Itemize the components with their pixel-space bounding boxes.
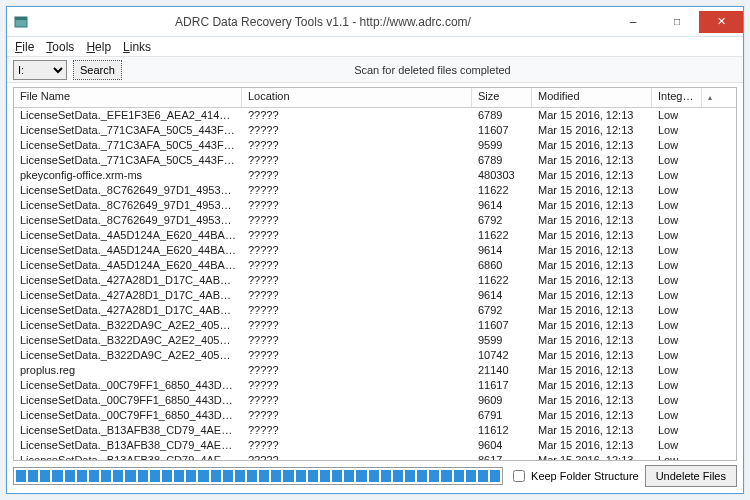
cell-modified: Mar 15 2016, 12:13 bbox=[532, 318, 652, 333]
cell-size: 6791 bbox=[472, 408, 532, 423]
cell-modified: Mar 15 2016, 12:13 bbox=[532, 228, 652, 243]
table-row[interactable]: LicenseSetData._00C79FF1_6850_443D_BF61.… bbox=[14, 393, 736, 408]
cell-modified: Mar 15 2016, 12:13 bbox=[532, 138, 652, 153]
cell-size: 11612 bbox=[472, 423, 532, 438]
menubar: File Tools Help Links bbox=[7, 37, 743, 57]
table-row[interactable]: LicenseSetData._B13AFB38_CD79_4AE5_9F7F.… bbox=[14, 438, 736, 453]
table-row[interactable]: LicenseSetData._427A28D1_D17C_4ABF_B717.… bbox=[14, 303, 736, 318]
table-row[interactable]: proplus.reg?????21140Mar 15 2016, 12:13L… bbox=[14, 363, 736, 378]
col-sort-icon[interactable] bbox=[702, 88, 720, 107]
minimize-button[interactable] bbox=[611, 11, 655, 33]
titlebar[interactable]: ADRC Data Recovery Tools v1.1 - http://w… bbox=[7, 7, 743, 37]
cell-location: ????? bbox=[242, 348, 472, 363]
progress-segment bbox=[113, 470, 123, 482]
cell-filename: LicenseSetData._B13AFB38_CD79_4AE5_9F7F.… bbox=[14, 423, 242, 438]
table-row[interactable]: LicenseSetData._771C3AFA_50C5_443F_B151.… bbox=[14, 153, 736, 168]
cell-integrity: Low bbox=[652, 108, 702, 123]
menu-tools[interactable]: Tools bbox=[46, 40, 74, 54]
table-row[interactable]: LicenseSetData._B322DA9C_A2E2_4058_9E4E.… bbox=[14, 333, 736, 348]
cell-filename: LicenseSetData._8C762649_97D1_4953_AD27.… bbox=[14, 183, 242, 198]
cell-integrity: Low bbox=[652, 198, 702, 213]
table-row[interactable]: LicenseSetData._771C3AFA_50C5_443F_B151.… bbox=[14, 123, 736, 138]
cell-size: 9604 bbox=[472, 438, 532, 453]
cell-modified: Mar 15 2016, 12:13 bbox=[532, 438, 652, 453]
progress-segment bbox=[490, 470, 500, 482]
table-row[interactable]: LicenseSetData._B322DA9C_A2E2_4058_9E4E.… bbox=[14, 348, 736, 363]
cell-location: ????? bbox=[242, 393, 472, 408]
progress-segment bbox=[478, 470, 488, 482]
progress-segment bbox=[162, 470, 172, 482]
table-row[interactable]: LicenseSetData._8C762649_97D1_4953_AD27.… bbox=[14, 198, 736, 213]
cell-location: ????? bbox=[242, 318, 472, 333]
table-row[interactable]: LicenseSetData._427A28D1_D17C_4ABF_B717.… bbox=[14, 288, 736, 303]
cell-location: ????? bbox=[242, 423, 472, 438]
cell-integrity: Low bbox=[652, 453, 702, 460]
file-table: File Name Location Size Modified Integri… bbox=[13, 87, 737, 461]
cell-location: ????? bbox=[242, 258, 472, 273]
col-filename[interactable]: File Name bbox=[14, 88, 242, 107]
cell-filename: LicenseSetData._B13AFB38_CD79_4AE5_9F7F.… bbox=[14, 453, 242, 460]
cell-modified: Mar 15 2016, 12:13 bbox=[532, 243, 652, 258]
table-row[interactable]: LicenseSetData._771C3AFA_50C5_443F_B151.… bbox=[14, 138, 736, 153]
menu-file[interactable]: File bbox=[15, 40, 34, 54]
table-row[interactable]: LicenseSetData._00C79FF1_6850_443D_BF61.… bbox=[14, 378, 736, 393]
undelete-button[interactable]: Undelete Files bbox=[645, 465, 737, 487]
col-size[interactable]: Size bbox=[472, 88, 532, 107]
window-title: ADRC Data Recovery Tools v1.1 - http://w… bbox=[35, 15, 611, 29]
keep-folder-input[interactable] bbox=[513, 470, 525, 482]
table-row[interactable]: LicenseSetData._4A5D124A_E620_44BA_B6FF.… bbox=[14, 243, 736, 258]
progress-segment bbox=[150, 470, 160, 482]
close-button[interactable] bbox=[699, 11, 743, 33]
keep-folder-checkbox[interactable]: Keep Folder Structure bbox=[509, 467, 639, 485]
table-body[interactable]: LicenseSetData._EFE1F3E6_AEA2_4144_A208.… bbox=[14, 108, 736, 460]
cell-filename: LicenseSetData._B13AFB38_CD79_4AE5_9F7F.… bbox=[14, 438, 242, 453]
cell-location: ????? bbox=[242, 363, 472, 378]
table-row[interactable]: LicenseSetData._B13AFB38_CD79_4AE5_9F7F.… bbox=[14, 453, 736, 460]
cell-modified: Mar 15 2016, 12:13 bbox=[532, 423, 652, 438]
cell-modified: Mar 15 2016, 12:13 bbox=[532, 288, 652, 303]
search-button[interactable]: Search bbox=[73, 60, 122, 80]
table-row[interactable]: LicenseSetData._427A28D1_D17C_4ABF_B717.… bbox=[14, 273, 736, 288]
menu-help[interactable]: Help bbox=[86, 40, 111, 54]
cell-size: 9599 bbox=[472, 333, 532, 348]
table-row[interactable]: LicenseSetData._B322DA9C_A2E2_4058_9E4E.… bbox=[14, 318, 736, 333]
progress-segment bbox=[454, 470, 464, 482]
cell-modified: Mar 15 2016, 12:13 bbox=[532, 453, 652, 460]
cell-filename: LicenseSetData._771C3AFA_50C5_443F_B151.… bbox=[14, 123, 242, 138]
progress-segment bbox=[174, 470, 184, 482]
table-row[interactable]: LicenseSetData._00C79FF1_6850_443D_BF61.… bbox=[14, 408, 736, 423]
col-integrity[interactable]: Integrity bbox=[652, 88, 702, 107]
progress-segment bbox=[381, 470, 391, 482]
maximize-button[interactable] bbox=[655, 11, 699, 33]
cell-location: ????? bbox=[242, 438, 472, 453]
cell-modified: Mar 15 2016, 12:13 bbox=[532, 393, 652, 408]
progress-segment bbox=[101, 470, 111, 482]
progress-segment bbox=[441, 470, 451, 482]
cell-size: 6792 bbox=[472, 213, 532, 228]
col-location[interactable]: Location bbox=[242, 88, 472, 107]
cell-size: 11622 bbox=[472, 228, 532, 243]
cell-size: 9609 bbox=[472, 393, 532, 408]
table-row[interactable]: LicenseSetData._B13AFB38_CD79_4AE5_9F7F.… bbox=[14, 423, 736, 438]
menu-links[interactable]: Links bbox=[123, 40, 151, 54]
drive-select[interactable]: I: bbox=[13, 60, 67, 80]
col-modified[interactable]: Modified bbox=[532, 88, 652, 107]
cell-location: ????? bbox=[242, 453, 472, 460]
table-row[interactable]: LicenseSetData._8C762649_97D1_4953_AD27.… bbox=[14, 183, 736, 198]
cell-filename: LicenseSetData._EFE1F3E6_AEA2_4144_A208.… bbox=[14, 108, 242, 123]
cell-size: 11607 bbox=[472, 318, 532, 333]
cell-filename: LicenseSetData._00C79FF1_6850_443D_BF61.… bbox=[14, 378, 242, 393]
svg-rect-1 bbox=[15, 17, 27, 20]
cell-integrity: Low bbox=[652, 213, 702, 228]
cell-size: 9614 bbox=[472, 243, 532, 258]
cell-integrity: Low bbox=[652, 348, 702, 363]
progress-segment bbox=[271, 470, 281, 482]
progress-segment bbox=[89, 470, 99, 482]
table-row[interactable]: LicenseSetData._8C762649_97D1_4953_AD27.… bbox=[14, 213, 736, 228]
table-row[interactable]: LicenseSetData._4A5D124A_E620_44BA_B6FF.… bbox=[14, 258, 736, 273]
table-row[interactable]: LicenseSetData._EFE1F3E6_AEA2_4144_A208.… bbox=[14, 108, 736, 123]
table-row[interactable]: pkeyconfig-office.xrm-ms?????480303Mar 1… bbox=[14, 168, 736, 183]
cell-location: ????? bbox=[242, 153, 472, 168]
progress-segment bbox=[235, 470, 245, 482]
table-row[interactable]: LicenseSetData._4A5D124A_E620_44BA_B6FF.… bbox=[14, 228, 736, 243]
